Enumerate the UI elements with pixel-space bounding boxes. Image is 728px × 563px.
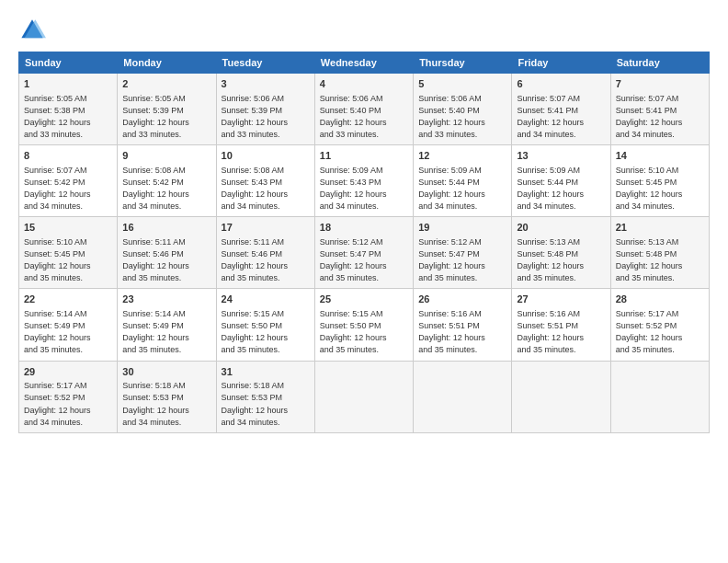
day-number: 17 — [222, 221, 310, 236]
day-number: 19 — [418, 221, 506, 236]
calendar-week-1: 1Sunrise: 5:05 AMSunset: 5:38 PMDaylight… — [19, 74, 710, 145]
day-info-line: Sunrise: 5:11 AM — [222, 236, 310, 248]
day-info-line: and 34 minutes. — [122, 201, 210, 213]
day-info-line: Daylight: 12 hours — [320, 332, 408, 344]
day-info-line: Sunset: 5:42 PM — [122, 177, 210, 189]
day-info-line: Sunset: 5:45 PM — [24, 248, 112, 260]
day-number: 24 — [222, 293, 310, 307]
day-info-line: and 35 minutes. — [320, 272, 408, 284]
day-number: 13 — [517, 149, 605, 164]
day-info-line: Daylight: 12 hours — [122, 189, 210, 201]
day-info-line: and 35 minutes. — [517, 272, 605, 284]
day-info-line: and 35 minutes. — [418, 272, 506, 284]
day-info-line: Sunset: 5:48 PM — [517, 248, 605, 260]
day-info-line: Sunset: 5:39 PM — [222, 105, 310, 117]
day-info-line: Daylight: 12 hours — [320, 117, 408, 129]
day-number: 5 — [418, 77, 506, 92]
day-info-line: and 34 minutes. — [24, 201, 112, 213]
calendar-cell: 6Sunrise: 5:07 AMSunset: 5:41 PMDaylight… — [512, 74, 610, 145]
day-info-line: Sunset: 5:43 PM — [222, 177, 310, 189]
calendar-cell: 10Sunrise: 5:08 AMSunset: 5:43 PMDayligh… — [216, 145, 314, 217]
day-number: 22 — [24, 293, 112, 307]
day-info-line: Sunrise: 5:15 AM — [320, 308, 408, 320]
day-number: 3 — [222, 77, 310, 92]
day-info-line: and 33 minutes. — [222, 129, 310, 141]
day-info-line: Sunrise: 5:16 AM — [517, 308, 605, 320]
day-info-line: and 35 minutes. — [24, 272, 112, 284]
calendar-header-thursday: Thursday — [414, 52, 512, 74]
day-info-line: and 34 minutes. — [616, 129, 704, 141]
day-info-line: Sunrise: 5:07 AM — [517, 93, 605, 105]
day-info-line: Sunset: 5:50 PM — [320, 320, 408, 332]
day-info-line: Daylight: 12 hours — [24, 117, 112, 129]
day-info-line: and 33 minutes. — [122, 129, 210, 141]
day-info-line: Sunset: 5:38 PM — [24, 105, 112, 117]
day-info-line: Sunset: 5:41 PM — [517, 105, 605, 117]
day-info-line: Daylight: 12 hours — [517, 332, 605, 344]
day-info-line: Daylight: 12 hours — [616, 117, 704, 129]
day-info-line: Sunset: 5:39 PM — [122, 105, 210, 117]
day-info-line: and 35 minutes. — [320, 344, 408, 356]
day-info-line: and 34 minutes. — [24, 417, 112, 429]
day-info-line: Sunset: 5:42 PM — [24, 177, 112, 189]
day-info-line: Daylight: 12 hours — [517, 117, 605, 129]
calendar-cell: 21Sunrise: 5:13 AMSunset: 5:48 PMDayligh… — [610, 217, 709, 289]
day-info-line: Daylight: 12 hours — [418, 260, 506, 272]
day-info-line: Sunset: 5:52 PM — [24, 392, 112, 404]
day-number: 6 — [517, 77, 605, 92]
calendar-header-monday: Monday — [118, 52, 216, 74]
day-number: 28 — [616, 293, 704, 307]
day-number: 27 — [517, 293, 605, 307]
day-info-line: and 33 minutes. — [320, 129, 408, 141]
day-info-line: Sunrise: 5:08 AM — [222, 165, 310, 177]
calendar-cell: 19Sunrise: 5:12 AMSunset: 5:47 PMDayligh… — [414, 217, 512, 289]
calendar-header-tuesday: Tuesday — [216, 52, 314, 74]
calendar-week-2: 8Sunrise: 5:07 AMSunset: 5:42 PMDaylight… — [19, 145, 710, 217]
calendar-week-3: 15Sunrise: 5:10 AMSunset: 5:45 PMDayligh… — [19, 217, 710, 289]
day-info-line: Daylight: 12 hours — [122, 332, 210, 344]
day-info-line: and 34 minutes. — [222, 417, 310, 429]
day-info-line: Sunrise: 5:15 AM — [222, 308, 310, 320]
calendar-body: 1Sunrise: 5:05 AMSunset: 5:38 PMDaylight… — [19, 74, 710, 433]
day-info-line: Daylight: 12 hours — [24, 405, 112, 417]
calendar-cell: 8Sunrise: 5:07 AMSunset: 5:42 PMDaylight… — [19, 145, 118, 217]
calendar-cell — [512, 361, 610, 432]
day-info-line: Sunrise: 5:06 AM — [222, 93, 310, 105]
calendar-cell: 13Sunrise: 5:09 AMSunset: 5:44 PMDayligh… — [512, 145, 610, 217]
day-info-line: Daylight: 12 hours — [517, 260, 605, 272]
calendar-cell — [610, 361, 709, 432]
day-info-line: Sunset: 5:51 PM — [418, 320, 506, 332]
calendar-cell: 9Sunrise: 5:08 AMSunset: 5:42 PMDaylight… — [118, 145, 216, 217]
day-info-line: Daylight: 12 hours — [222, 260, 310, 272]
day-info-line: Daylight: 12 hours — [24, 332, 112, 344]
day-number: 18 — [320, 221, 408, 236]
calendar-table: SundayMondayTuesdayWednesdayThursdayFrid… — [18, 52, 710, 433]
day-info-line: Daylight: 12 hours — [122, 117, 210, 129]
calendar-cell: 7Sunrise: 5:07 AMSunset: 5:41 PMDaylight… — [610, 74, 709, 145]
day-info-line: and 35 minutes. — [517, 344, 605, 356]
day-info-line: and 35 minutes. — [418, 344, 506, 356]
calendar-cell: 30Sunrise: 5:18 AMSunset: 5:53 PMDayligh… — [118, 361, 216, 432]
day-info-line: Daylight: 12 hours — [616, 189, 704, 201]
day-info-line: Sunset: 5:53 PM — [222, 392, 310, 404]
calendar-cell: 26Sunrise: 5:16 AMSunset: 5:51 PMDayligh… — [414, 289, 512, 361]
calendar-cell: 2Sunrise: 5:05 AMSunset: 5:39 PMDaylight… — [118, 74, 216, 145]
calendar-week-4: 22Sunrise: 5:14 AMSunset: 5:49 PMDayligh… — [19, 289, 710, 361]
day-info-line: Sunrise: 5:18 AM — [222, 380, 310, 392]
calendar-cell: 28Sunrise: 5:17 AMSunset: 5:52 PMDayligh… — [610, 289, 709, 361]
day-info-line: Daylight: 12 hours — [616, 260, 704, 272]
day-number: 23 — [122, 293, 210, 307]
day-info-line: Sunset: 5:49 PM — [122, 320, 210, 332]
calendar-header-wednesday: Wednesday — [314, 52, 413, 74]
day-info-line: Sunset: 5:40 PM — [320, 105, 408, 117]
day-number: 30 — [122, 365, 210, 380]
day-info-line: Sunrise: 5:13 AM — [616, 236, 704, 248]
calendar-cell — [414, 361, 512, 432]
day-number: 29 — [24, 365, 112, 380]
day-info-line: Sunset: 5:53 PM — [122, 392, 210, 404]
day-info-line: Daylight: 12 hours — [24, 189, 112, 201]
day-number: 16 — [122, 221, 210, 236]
day-info-line: and 34 minutes. — [517, 129, 605, 141]
day-info-line: Sunrise: 5:08 AM — [122, 165, 210, 177]
day-info-line: Sunrise: 5:09 AM — [320, 165, 408, 177]
